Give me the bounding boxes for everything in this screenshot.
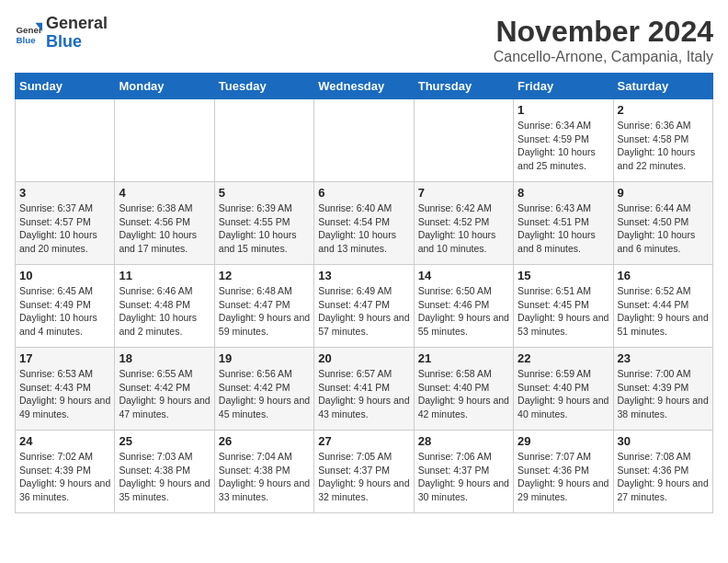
calendar-cell: 25Sunrise: 7:03 AM Sunset: 4:38 PM Dayli… [115,431,214,513]
calendar-week-row: 24Sunrise: 7:02 AM Sunset: 4:39 PM Dayli… [16,431,713,513]
day-info: Sunrise: 7:00 AM Sunset: 4:39 PM Dayligh… [618,367,709,421]
weekday-header-cell: Saturday [613,74,712,99]
day-number: 1 [518,103,609,117]
day-info: Sunrise: 6:50 AM Sunset: 4:46 PM Dayligh… [418,284,509,339]
calendar-cell: 3Sunrise: 6:37 AM Sunset: 4:57 PM Daylig… [16,182,115,265]
calendar-cell: 2Sunrise: 6:36 AM Sunset: 4:58 PM Daylig… [613,99,712,182]
day-info: Sunrise: 6:39 AM Sunset: 4:55 PM Dayligh… [219,201,310,256]
logo-icon: General Blue [15,19,42,47]
calendar-cell: 29Sunrise: 7:07 AM Sunset: 4:36 PM Dayli… [514,431,613,513]
day-number: 11 [119,269,210,282]
calendar-week-row: 17Sunrise: 6:53 AM Sunset: 4:43 PM Dayli… [16,348,713,431]
calendar-cell: 10Sunrise: 6:45 AM Sunset: 4:49 PM Dayli… [16,265,115,348]
calendar-cell: 28Sunrise: 7:06 AM Sunset: 4:37 PM Dayli… [414,431,513,513]
calendar-table: SundayMondayTuesdayWednesdayThursdayFrid… [15,73,713,513]
day-info: Sunrise: 7:07 AM Sunset: 4:36 PM Dayligh… [518,450,609,504]
day-info: Sunrise: 6:44 AM Sunset: 4:50 PM Dayligh… [618,201,709,256]
weekday-header-cell: Monday [115,74,214,99]
day-number: 25 [119,434,210,448]
day-info: Sunrise: 7:08 AM Sunset: 4:36 PM Dayligh… [618,450,709,504]
calendar-cell: 26Sunrise: 7:04 AM Sunset: 4:38 PM Dayli… [214,431,313,513]
day-info: Sunrise: 6:59 AM Sunset: 4:40 PM Dayligh… [518,367,609,421]
day-number: 20 [318,351,409,365]
calendar-cell: 17Sunrise: 6:53 AM Sunset: 4:43 PM Dayli… [16,348,115,431]
calendar-cell: 18Sunrise: 6:55 AM Sunset: 4:42 PM Dayli… [115,348,214,431]
calendar-cell: 20Sunrise: 6:57 AM Sunset: 4:41 PM Dayli… [314,348,414,431]
calendar-body: 1Sunrise: 6:34 AM Sunset: 4:59 PM Daylig… [16,99,713,513]
day-number: 28 [418,434,509,448]
calendar-week-row: 3Sunrise: 6:37 AM Sunset: 4:57 PM Daylig… [16,182,713,265]
day-number: 9 [618,186,709,200]
calendar-cell: 6Sunrise: 6:40 AM Sunset: 4:54 PM Daylig… [314,182,414,265]
day-number: 6 [318,186,409,200]
day-number: 23 [618,351,709,365]
day-info: Sunrise: 6:42 AM Sunset: 4:52 PM Dayligh… [418,201,509,256]
calendar-cell: 24Sunrise: 7:02 AM Sunset: 4:39 PM Dayli… [16,431,115,513]
day-info: Sunrise: 7:04 AM Sunset: 4:38 PM Dayligh… [219,450,310,504]
title-section: November 2024 Cancello-Arnone, Campania,… [494,15,713,65]
day-info: Sunrise: 7:03 AM Sunset: 4:38 PM Dayligh… [119,450,210,504]
weekday-header-row: SundayMondayTuesdayWednesdayThursdayFrid… [16,74,713,99]
day-info: Sunrise: 6:37 AM Sunset: 4:57 PM Dayligh… [19,201,110,256]
calendar-cell: 5Sunrise: 6:39 AM Sunset: 4:55 PM Daylig… [214,182,313,265]
day-number: 22 [518,351,609,365]
day-info: Sunrise: 7:02 AM Sunset: 4:39 PM Dayligh… [19,450,110,504]
weekday-header-cell: Friday [514,74,613,99]
calendar-cell [16,99,115,182]
day-number: 2 [618,103,709,117]
day-info: Sunrise: 6:46 AM Sunset: 4:48 PM Dayligh… [119,284,210,339]
calendar-cell: 13Sunrise: 6:49 AM Sunset: 4:47 PM Dayli… [314,265,414,348]
weekday-header-cell: Sunday [16,74,115,99]
calendar-cell: 27Sunrise: 7:05 AM Sunset: 4:37 PM Dayli… [314,431,414,513]
calendar-cell: 21Sunrise: 6:58 AM Sunset: 4:40 PM Dayli… [414,348,513,431]
day-info: Sunrise: 6:52 AM Sunset: 4:44 PM Dayligh… [618,284,709,339]
day-number: 30 [618,434,709,448]
day-info: Sunrise: 6:49 AM Sunset: 4:47 PM Dayligh… [318,284,409,339]
day-number: 18 [119,351,210,365]
calendar-cell: 14Sunrise: 6:50 AM Sunset: 4:46 PM Dayli… [414,265,513,348]
day-info: Sunrise: 6:40 AM Sunset: 4:54 PM Dayligh… [318,201,409,256]
day-number: 14 [418,269,509,282]
logo: General Blue General Blue [15,15,108,52]
day-number: 10 [19,269,110,282]
calendar-cell: 8Sunrise: 6:43 AM Sunset: 4:51 PM Daylig… [514,182,613,265]
day-number: 16 [618,269,709,282]
svg-text:Blue: Blue [17,34,37,44]
day-number: 26 [219,434,310,448]
calendar-cell [314,99,414,182]
day-number: 8 [518,186,609,200]
day-info: Sunrise: 6:48 AM Sunset: 4:47 PM Dayligh… [219,284,310,339]
day-info: Sunrise: 6:43 AM Sunset: 4:51 PM Dayligh… [518,201,609,256]
day-info: Sunrise: 6:38 AM Sunset: 4:56 PM Dayligh… [119,201,210,256]
day-info: Sunrise: 6:53 AM Sunset: 4:43 PM Dayligh… [19,367,110,421]
location-title: Cancello-Arnone, Campania, Italy [494,49,713,65]
day-info: Sunrise: 6:56 AM Sunset: 4:42 PM Dayligh… [219,367,310,421]
calendar-cell: 16Sunrise: 6:52 AM Sunset: 4:44 PM Dayli… [613,265,712,348]
day-number: 24 [19,434,110,448]
day-number: 7 [418,186,509,200]
month-title: November 2024 [494,15,713,49]
weekday-header-cell: Wednesday [314,74,414,99]
day-number: 4 [119,186,210,200]
logo-blue-text: Blue [46,32,82,51]
calendar-cell: 15Sunrise: 6:51 AM Sunset: 4:45 PM Dayli… [514,265,613,348]
day-info: Sunrise: 7:05 AM Sunset: 4:37 PM Dayligh… [318,450,409,504]
calendar-week-row: 10Sunrise: 6:45 AM Sunset: 4:49 PM Dayli… [16,265,713,348]
calendar-cell: 22Sunrise: 6:59 AM Sunset: 4:40 PM Dayli… [514,348,613,431]
weekday-header-cell: Thursday [414,74,513,99]
page-header: General Blue General Blue November 2024 … [15,15,713,65]
day-number: 19 [219,351,310,365]
weekday-header-cell: Tuesday [214,74,313,99]
logo-general-text: General [46,14,108,32]
day-info: Sunrise: 6:58 AM Sunset: 4:40 PM Dayligh… [418,367,509,421]
day-number: 13 [318,269,409,282]
calendar-cell: 7Sunrise: 6:42 AM Sunset: 4:52 PM Daylig… [414,182,513,265]
day-info: Sunrise: 6:36 AM Sunset: 4:58 PM Dayligh… [618,119,709,173]
day-number: 15 [518,269,609,282]
calendar-cell [414,99,513,182]
calendar-cell: 12Sunrise: 6:48 AM Sunset: 4:47 PM Dayli… [214,265,313,348]
day-number: 21 [418,351,509,365]
calendar-cell: 1Sunrise: 6:34 AM Sunset: 4:59 PM Daylig… [514,99,613,182]
calendar-cell: 23Sunrise: 7:00 AM Sunset: 4:39 PM Dayli… [613,348,712,431]
day-number: 27 [318,434,409,448]
